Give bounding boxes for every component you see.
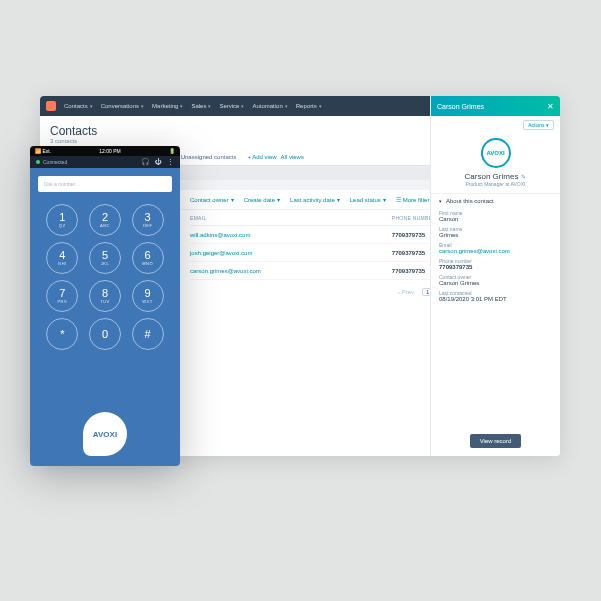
- nav-reports[interactable]: Reports▾: [296, 103, 322, 109]
- phone-status-bar: 📶 Ext. 12:00 PM 🔋: [30, 146, 180, 156]
- contact-role: Product Manager at AVOXI: [466, 181, 526, 187]
- key-4[interactable]: 4GHI: [46, 242, 78, 274]
- key-0[interactable]: 0: [89, 318, 121, 350]
- value-last-contacted: 08/19/2020 3:01 PM EDT: [439, 296, 552, 302]
- clock: 12:00 PM: [99, 148, 120, 154]
- keypad: 1QZ 2ABC 3DEF 4GHI 5JKL 6MNO 7PRS 8TUV 9…: [30, 196, 180, 406]
- status-dot-icon: [36, 160, 40, 164]
- cell-email[interactable]: josh.geiger@avoxi.com: [190, 250, 392, 256]
- webphone: 📶 Ext. 12:00 PM 🔋 Connected 🎧 ⏻ ⋮ Dial a…: [30, 146, 180, 466]
- headset-icon[interactable]: 🎧: [141, 158, 150, 166]
- key-9[interactable]: 9WXY: [132, 280, 164, 312]
- key-1[interactable]: 1QZ: [46, 204, 78, 236]
- view-record-button[interactable]: View record: [470, 434, 522, 448]
- value-email[interactable]: carson.grimes@avoxi.com: [439, 248, 552, 254]
- cell-email[interactable]: carson.grimes@avoxi.com: [190, 268, 392, 274]
- filter-owner[interactable]: Contact owner▾: [190, 196, 234, 203]
- value-first-name[interactable]: Carson: [439, 216, 552, 222]
- hubspot-logo-icon: [46, 101, 56, 111]
- more-filters[interactable]: ☰ More filters: [396, 196, 433, 203]
- key-6[interactable]: 6MNO: [132, 242, 164, 274]
- key-3[interactable]: 3DEF: [132, 204, 164, 236]
- actions-button[interactable]: Actions ▾: [523, 120, 554, 130]
- panel-title: Carson Grimes: [437, 103, 484, 110]
- key-2[interactable]: 2ABC: [89, 204, 121, 236]
- close-icon[interactable]: ✕: [547, 102, 554, 111]
- col-email[interactable]: EMAIL: [190, 215, 392, 221]
- battery-icon: 🔋: [169, 148, 175, 154]
- key-5[interactable]: 5JKL: [89, 242, 121, 274]
- chevron-down-icon: ▾: [439, 198, 442, 204]
- dial-input[interactable]: Dial a number...: [38, 176, 172, 192]
- value-phone[interactable]: 7709379735: [439, 264, 552, 270]
- menu-icon[interactable]: ⋮: [167, 158, 174, 166]
- edit-icon[interactable]: ✎: [521, 173, 526, 180]
- about-section-header[interactable]: ▾About this contact: [431, 193, 560, 208]
- connection-label: Connected: [43, 159, 67, 165]
- nav-contacts[interactable]: Contacts▾: [64, 103, 93, 109]
- contact-panel: Carson Grimes ✕ Actions ▾ AVOXI Carson G…: [430, 96, 560, 456]
- key-star[interactable]: *: [46, 318, 78, 350]
- prev-button[interactable]: ‹ Prev: [398, 289, 414, 295]
- nav-sales[interactable]: Sales▾: [191, 103, 211, 109]
- connection-bar: Connected 🎧 ⏻ ⋮: [30, 156, 180, 168]
- key-7[interactable]: 7PRS: [46, 280, 78, 312]
- nav-service[interactable]: Service▾: [219, 103, 244, 109]
- all-views-link[interactable]: All views: [281, 154, 304, 160]
- nav-automation[interactable]: Automation▾: [252, 103, 287, 109]
- key-hash[interactable]: #: [132, 318, 164, 350]
- key-8[interactable]: 8TUV: [89, 280, 121, 312]
- contact-name: Carson Grimes: [465, 172, 519, 181]
- nav-conversations[interactable]: Conversations▾: [101, 103, 144, 109]
- panel-header: Carson Grimes ✕: [431, 96, 560, 116]
- nav-marketing[interactable]: Marketing▾: [152, 103, 183, 109]
- value-owner[interactable]: Carson Grimes: [439, 280, 552, 286]
- power-icon[interactable]: ⏻: [155, 158, 162, 166]
- cell-email[interactable]: will.adkins@avoxi.com: [190, 232, 392, 238]
- avatar: AVOXI: [481, 138, 511, 168]
- filter-create-date[interactable]: Create date▾: [244, 196, 280, 203]
- value-last-name[interactable]: Grimes: [439, 232, 552, 238]
- filter-lead-status[interactable]: Lead status▾: [350, 196, 386, 203]
- signal-icon: 📶 Ext.: [35, 148, 51, 154]
- avoxi-logo-icon: AVOXI: [83, 412, 127, 456]
- filter-last-activity[interactable]: Last activity date▾: [290, 196, 340, 203]
- add-view-link[interactable]: + Add view: [247, 154, 276, 160]
